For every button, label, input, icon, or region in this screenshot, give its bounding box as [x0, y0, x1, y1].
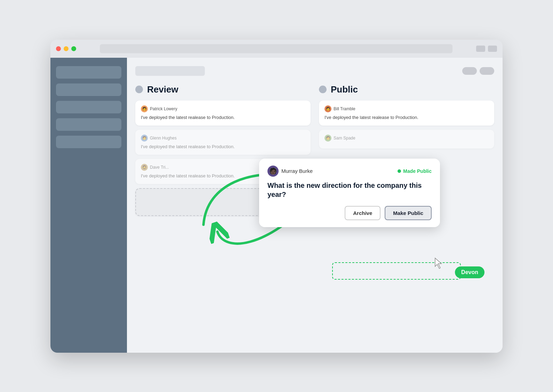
avatar-bill: 🧑: [324, 105, 331, 112]
search-row: [135, 66, 494, 76]
author-name-glenn: Glenn Hughes: [150, 136, 177, 141]
cursor-arrow: [434, 257, 443, 271]
devon-cursor-label: Devon: [455, 266, 484, 278]
address-bar: [100, 44, 452, 53]
sidebar-item-5[interactable]: [56, 136, 121, 148]
status-label: Made Public: [403, 168, 432, 174]
avatar-patrick: 🧑: [141, 105, 148, 112]
public-cards: 🧑 Bill Tramble I've deployed the latest …: [319, 101, 494, 149]
archive-button[interactable]: Archive: [345, 206, 380, 220]
toggle-2[interactable]: [480, 67, 494, 75]
column-title-review: Review: [147, 84, 178, 95]
make-public-button[interactable]: Make Public: [385, 206, 432, 220]
status-dot: [398, 169, 401, 173]
column-header-public: Public: [319, 84, 494, 95]
maximize-button[interactable]: [71, 46, 76, 51]
author-name-bill: Bill Tramble: [334, 106, 355, 111]
title-bar-right: [476, 46, 497, 52]
title-bar: [50, 40, 503, 58]
sidebar: [50, 58, 127, 353]
sidebar-item-1[interactable]: [56, 66, 121, 79]
close-button[interactable]: [56, 46, 61, 51]
sidebar-item-4[interactable]: [56, 118, 121, 131]
devon-label-text: Devon: [461, 269, 478, 275]
author-name-patrick: Patrick Lowery: [150, 106, 177, 111]
card-bill-tramble[interactable]: 🧑 Bill Tramble I've deployed the latest …: [319, 101, 494, 126]
minimize-button[interactable]: [64, 46, 69, 51]
popup-card: 🧑🏿 Murray Burke Made Public What is the …: [259, 159, 440, 227]
card-glenn-hughes[interactable]: 🧑 Glenn Hughes I've deployed the latest …: [135, 130, 311, 155]
popup-author: 🧑🏿 Murray Burke: [267, 166, 313, 177]
toggle-1[interactable]: [462, 67, 477, 75]
author-name-dave: Dave Tri...: [150, 165, 169, 170]
popup-actions: Archive Make Public: [267, 206, 432, 220]
popup-author-name: Murray Burke: [281, 168, 313, 174]
card-text-patrick: I've deployed the latest realease to Pro…: [141, 114, 305, 121]
card-patrick-lowery[interactable]: 🧑 Patrick Lowery I've deployed the lates…: [135, 101, 311, 126]
card-sam-spade[interactable]: 🧑 Sam Spade: [319, 130, 494, 149]
popup-question: What is the new direction for the compan…: [267, 181, 432, 199]
search-bar[interactable]: [135, 66, 205, 76]
popup-header: 🧑🏿 Murray Burke Made Public: [267, 166, 432, 177]
popup-status: Made Public: [398, 168, 432, 174]
avatar-sam: 🧑: [324, 135, 331, 142]
tb-btn-2: [488, 46, 497, 52]
main-area: Review 🧑 Patrick Lowery I've deployed th…: [50, 58, 503, 353]
card-author-glenn: 🧑 Glenn Hughes: [141, 135, 305, 142]
avatar-glenn: 🧑: [141, 135, 148, 142]
avatar-murray: 🧑🏿: [267, 166, 279, 177]
browser-window: Review 🧑 Patrick Lowery I've deployed th…: [50, 40, 503, 353]
tb-btn-1: [476, 46, 485, 52]
card-author-sam: 🧑 Sam Spade: [324, 135, 489, 142]
card-text-glenn: I've deployed the latest realease to Pro…: [141, 144, 305, 150]
author-name-sam: Sam Spade: [334, 136, 355, 141]
sidebar-item-2[interactable]: [56, 83, 121, 96]
content-area: Review 🧑 Patrick Lowery I've deployed th…: [127, 58, 503, 353]
card-author-bill: 🧑 Bill Tramble: [324, 105, 489, 112]
column-header-review: Review: [135, 84, 311, 95]
toolbar-right: [462, 67, 494, 75]
column-dot-public: [319, 86, 327, 93]
avatar-dave: 🧔: [141, 164, 148, 171]
card-author: 🧑 Patrick Lowery: [141, 105, 305, 112]
column-title-public: Public: [331, 84, 358, 95]
column-dot-review: [135, 86, 143, 93]
sidebar-item-3[interactable]: [56, 101, 121, 113]
card-text-bill: I've deployed the latest realease to Pro…: [324, 114, 489, 121]
